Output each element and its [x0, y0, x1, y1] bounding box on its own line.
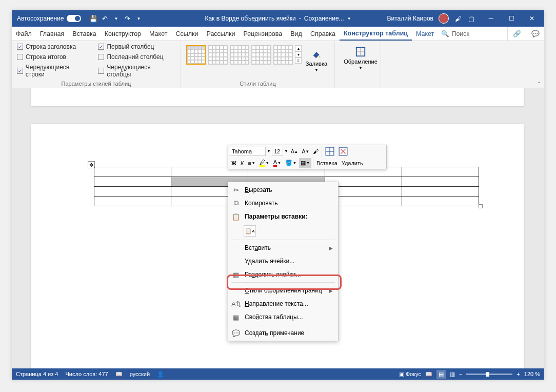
bold-icon[interactable]: Ж [230, 158, 238, 168]
view-read-icon[interactable]: 📖 [425, 371, 432, 378]
font-name-field[interactable]: Tahoma [230, 147, 266, 156]
highlight-icon[interactable]: 🖊▼ [258, 158, 271, 168]
insert-mini-button[interactable] [324, 146, 336, 156]
close-button[interactable]: ✕ [522, 10, 542, 27]
font-size-field[interactable]: 12 [272, 147, 283, 156]
ctx-text-direction[interactable]: A⇅Направление текста... [228, 297, 338, 310]
group-label-styles: Стили таблиц [181, 81, 334, 87]
ctx-delete-cells[interactable]: Удалить ячейки... [228, 254, 338, 268]
tab-file[interactable]: Файл [12, 27, 36, 41]
toggle-switch-icon [67, 15, 81, 22]
rocket-icon[interactable]: 🖌 [454, 14, 462, 23]
chk-banded-rows[interactable]: ✓Чередующиеся строки [17, 64, 89, 78]
autosave-toggle[interactable]: Автосохранение [12, 15, 86, 22]
accessibility-icon[interactable]: 👤 [157, 371, 164, 378]
shading-mini-icon[interactable]: 🪣▼ [284, 158, 298, 168]
insert-mini-label[interactable]: Вставка [315, 158, 339, 168]
bucket-icon [311, 48, 322, 60]
search-icon: 🔍 [441, 30, 449, 37]
zoom-in-button[interactable]: + [517, 371, 520, 377]
table-style-2[interactable] [208, 45, 228, 65]
focus-mode[interactable]: ▣ Фокус [399, 371, 421, 378]
split-cells-icon: ▦ [231, 271, 241, 279]
shrink-font-icon[interactable]: A▾ [300, 146, 310, 156]
paste-option-1[interactable]: 📋A [244, 225, 256, 237]
chk-total-row[interactable]: Строка итогов [17, 53, 89, 61]
chevron-right-icon: ▶ [329, 288, 333, 293]
qat-dropdown-icon[interactable]: ▼ [134, 14, 143, 23]
tab-view[interactable]: Вид [286, 27, 306, 41]
tab-help[interactable]: Справка [306, 27, 340, 41]
ctx-split-cells[interactable]: ▦Разделить ячейки... [228, 268, 338, 281]
border-mini-icon[interactable]: ▦▼ [299, 158, 311, 168]
paste-icon: 📋 [231, 213, 241, 221]
font-color-icon[interactable]: A▼ [272, 158, 283, 168]
comment-icon: 💬 [231, 329, 241, 337]
zoom-slider[interactable] [466, 374, 512, 375]
chk-header-row[interactable]: ✓Строка заголовка [17, 43, 89, 50]
mini-toolbar: Tahoma ▼ 12 ▼ A▴ A▾ 🖌 Ж К ≡▼ 🖊▼ A▼ 🪣▼ ▦▼ [228, 145, 387, 169]
tab-insert[interactable]: Вставка [68, 27, 100, 41]
ctx-border-styles[interactable]: Стили оформления границ▶ [228, 284, 338, 297]
redo-icon[interactable]: ↷ [123, 14, 131, 23]
maximize-button[interactable]: ☐ [501, 10, 522, 27]
tab-table-layout[interactable]: Макет [412, 27, 438, 41]
delete-mini-label[interactable]: Удалить [340, 158, 365, 168]
status-page[interactable]: Страница 4 из 4 [16, 371, 58, 377]
tab-home[interactable]: Главная [36, 27, 69, 41]
style-gallery-scroll[interactable]: ▴▾≡ [295, 45, 302, 72]
ctx-insert[interactable]: Вставить▶ [228, 241, 338, 254]
chk-first-col[interactable]: ✓Первый столбец [98, 43, 175, 50]
borders-button[interactable]: Обрамление▼ [340, 43, 381, 70]
ctx-table-props[interactable]: ▦Свойства таблицы... [228, 310, 338, 324]
view-print-icon[interactable]: ▤ [436, 370, 446, 379]
align-icon[interactable]: ≡▼ [246, 158, 256, 168]
chk-last-col[interactable]: Последний столбец [98, 53, 175, 61]
page-prev [31, 88, 524, 106]
tab-layout[interactable]: Макет [145, 27, 171, 41]
table-style-4[interactable] [251, 45, 271, 65]
table-props-icon: ▦ [231, 313, 241, 321]
comments-button[interactable]: 💬 [526, 27, 544, 41]
user-name[interactable]: Виталий Каиров [387, 15, 433, 22]
avatar[interactable] [439, 13, 449, 24]
ctx-cut[interactable]: ✂Вырезать [228, 183, 338, 197]
format-painter-icon[interactable]: 🖌 [311, 146, 320, 156]
tab-review[interactable]: Рецензирова [240, 27, 287, 41]
tab-refs[interactable]: Ссылки [171, 27, 202, 41]
tab-mail[interactable]: Рассылки [202, 27, 239, 41]
zoom-level[interactable]: 120 % [524, 371, 540, 377]
table-style-5[interactable] [273, 45, 293, 65]
italic-icon[interactable]: К [239, 158, 245, 168]
undo-icon[interactable]: ↶ [101, 14, 109, 23]
ribbon-display-icon[interactable]: ▢ [467, 14, 475, 23]
share-button[interactable]: 🔗 [507, 27, 526, 41]
status-words[interactable]: Число слов: 477 [65, 371, 108, 377]
chevron-right-icon: ▶ [329, 245, 333, 251]
collapse-ribbon-icon[interactable]: ⌃ [537, 81, 541, 87]
table-resize-handle[interactable] [479, 204, 483, 208]
search-box[interactable]: 🔍 Поиск [441, 27, 469, 41]
table-style-3[interactable] [230, 45, 249, 65]
view-web-icon[interactable]: ▥ [450, 371, 455, 378]
document-area[interactable]: ✥ Tahoma ▼ 12 ▼ A▴ A▾ 🖌 Ж К [12, 88, 544, 368]
save-icon[interactable]: 💾 [89, 14, 97, 23]
tab-table-design[interactable]: Конструктор таблиц [340, 27, 412, 41]
ctx-copy[interactable]: ⧉Копировать [228, 197, 338, 210]
borders-icon [355, 46, 366, 57]
chk-banded-cols[interactable]: Чередующиеся столбцы [98, 64, 175, 78]
spellcheck-icon[interactable]: 📖 [115, 371, 123, 378]
zoom-out-button[interactable]: − [459, 371, 462, 377]
ctx-new-comment[interactable]: 💬Создать примечание [228, 326, 338, 340]
undo-dropdown-icon[interactable]: ▼ [112, 14, 120, 23]
document-title: Как в Ворде объединить ячейки [205, 15, 295, 22]
table-style-1[interactable] [186, 45, 206, 65]
shading-button[interactable]: Заливка▼ [304, 45, 329, 72]
minimize-button[interactable]: ─ [481, 10, 501, 27]
tab-design[interactable]: Конструктор [101, 27, 145, 41]
group-label-options: Параметры стилей таблиц [12, 81, 181, 87]
status-lang[interactable]: русский [130, 371, 150, 377]
ribbon: ✓Строка заголовка Строка итогов ✓Чередую… [12, 41, 544, 88]
delete-mini-button[interactable] [337, 146, 349, 156]
grow-font-icon[interactable]: A▴ [289, 146, 299, 156]
